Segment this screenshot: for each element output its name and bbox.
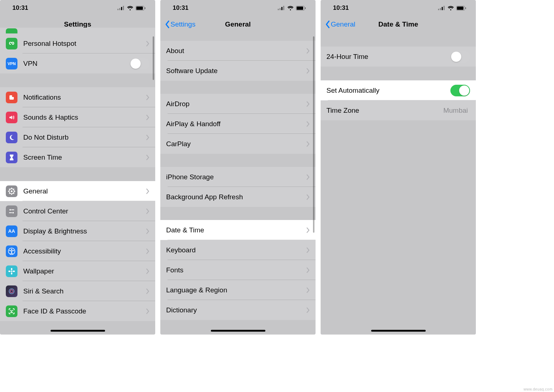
row-label: AirPlay & Handoff bbox=[166, 120, 306, 128]
svg-point-25 bbox=[11, 271, 12, 272]
svg-line-17 bbox=[13, 189, 14, 189]
sounds-icon bbox=[6, 112, 17, 123]
row-background-app-refresh[interactable]: Background App Refresh bbox=[160, 187, 316, 207]
row-label: Control Center bbox=[23, 207, 146, 215]
row-label: Personal Hotspot bbox=[23, 40, 146, 48]
row-label: CarPlay bbox=[166, 140, 306, 148]
row-faceid-passcode[interactable]: Face ID & Passcode bbox=[0, 301, 155, 321]
scrollbar[interactable] bbox=[153, 36, 154, 80]
row-label: VPN bbox=[23, 60, 130, 68]
row-carplay[interactable]: CarPlay bbox=[160, 134, 316, 154]
status-icons bbox=[278, 6, 306, 11]
chevron-right-icon bbox=[306, 121, 310, 127]
home-indicator[interactable] bbox=[51, 330, 105, 332]
svg-rect-36 bbox=[281, 7, 282, 10]
row-personal-hotspot[interactable]: Personal Hotspot bbox=[0, 33, 155, 53]
row-display-brightness[interactable]: AA Display & Brightness bbox=[0, 221, 155, 241]
status-time: 10:31 bbox=[12, 4, 28, 12]
row-cellular[interactable]: Cellular bbox=[0, 28, 155, 33]
svg-rect-1 bbox=[119, 8, 120, 10]
row-keyboard[interactable]: Keyboard bbox=[160, 240, 316, 260]
status-time: 10:31 bbox=[333, 4, 349, 12]
row-label: General bbox=[23, 187, 146, 195]
row-label: Screen Time bbox=[23, 153, 146, 161]
row-iphone-storage[interactable]: iPhone Storage bbox=[160, 167, 316, 187]
svg-point-30 bbox=[9, 289, 14, 294]
battery-icon bbox=[136, 6, 146, 11]
row-airplay-handoff[interactable]: AirPlay & Handoff bbox=[160, 114, 316, 134]
datetime-list: 24-Hour Time Set Automatically Time Zone… bbox=[321, 33, 476, 120]
row-wallpaper[interactable]: Wallpaper bbox=[0, 261, 155, 281]
row-airdrop[interactable]: AirDrop bbox=[160, 94, 316, 114]
svg-point-10 bbox=[11, 190, 13, 192]
cellular-icon bbox=[6, 28, 17, 33]
row-about[interactable]: About bbox=[160, 41, 316, 61]
row-label: Face ID & Passcode bbox=[23, 307, 146, 315]
general-icon bbox=[6, 185, 17, 197]
row-general[interactable]: General bbox=[0, 181, 155, 201]
row-24-hour-time[interactable]: 24-Hour Time bbox=[321, 47, 476, 67]
status-bar: 10:31 bbox=[321, 0, 476, 16]
row-label: Siri & Search bbox=[23, 287, 146, 295]
row-date-time[interactable]: Date & Time bbox=[160, 220, 316, 240]
row-label: Wallpaper bbox=[23, 267, 146, 275]
svg-point-29 bbox=[13, 271, 15, 272]
home-indicator[interactable] bbox=[371, 330, 426, 332]
row-accessibility[interactable]: Accessibility bbox=[0, 241, 155, 261]
svg-point-21 bbox=[12, 212, 14, 213]
row-sounds-haptics[interactable]: Sounds & Haptics bbox=[0, 107, 155, 127]
chevron-right-icon bbox=[146, 95, 149, 100]
chevron-left-icon bbox=[165, 20, 170, 28]
vpn-toggle[interactable] bbox=[130, 58, 149, 69]
row-label: Keyboard bbox=[166, 246, 306, 254]
chevron-right-icon bbox=[146, 268, 149, 274]
24hour-toggle[interactable] bbox=[450, 51, 470, 63]
svg-rect-42 bbox=[440, 8, 441, 10]
row-fonts[interactable]: Fonts bbox=[160, 260, 316, 280]
svg-rect-46 bbox=[457, 7, 463, 10]
svg-rect-47 bbox=[465, 7, 466, 9]
svg-point-28 bbox=[8, 271, 11, 272]
notifications-icon bbox=[6, 92, 17, 103]
row-control-center[interactable]: Control Center bbox=[0, 201, 155, 221]
svg-point-19 bbox=[9, 209, 11, 211]
row-label: Accessibility bbox=[23, 247, 146, 255]
row-software-update[interactable]: Software Update bbox=[160, 61, 316, 81]
home-indicator[interactable] bbox=[211, 330, 265, 332]
wifi-icon bbox=[127, 6, 133, 11]
display-icon: AA bbox=[6, 225, 17, 237]
chevron-right-icon bbox=[146, 115, 149, 120]
svg-point-32 bbox=[11, 310, 11, 311]
svg-rect-35 bbox=[280, 8, 281, 10]
svg-point-26 bbox=[11, 268, 12, 270]
row-dictionary[interactable]: Dictionary bbox=[160, 300, 316, 320]
chevron-right-icon bbox=[306, 194, 310, 200]
row-do-not-disturb[interactable]: Do Not Disturb bbox=[0, 127, 155, 147]
chevron-right-icon bbox=[146, 308, 149, 314]
back-button[interactable]: Settings bbox=[165, 20, 196, 28]
row-siri-search[interactable]: Siri & Search bbox=[0, 281, 155, 301]
row-set-automatically[interactable]: Set Automatically bbox=[321, 80, 476, 100]
row-language-region[interactable]: Language & Region bbox=[160, 280, 316, 300]
row-vpn[interactable]: VPN VPN bbox=[0, 53, 155, 73]
set-automatically-toggle[interactable] bbox=[450, 85, 470, 96]
chevron-right-icon bbox=[306, 227, 310, 233]
svg-rect-37 bbox=[283, 6, 284, 10]
back-button[interactable]: General bbox=[325, 20, 356, 28]
svg-line-15 bbox=[9, 189, 10, 189]
svg-rect-44 bbox=[443, 6, 445, 10]
signal-icon bbox=[278, 6, 285, 10]
chevron-right-icon bbox=[146, 288, 149, 294]
chevron-left-icon bbox=[325, 20, 330, 28]
status-icons bbox=[117, 6, 146, 11]
scrollbar[interactable] bbox=[313, 36, 314, 233]
row-label: Sounds & Haptics bbox=[23, 113, 146, 121]
row-time-zone[interactable]: Time Zone Mumbai bbox=[321, 100, 476, 120]
nav-bar: General Date & Time bbox=[321, 16, 476, 33]
svg-line-16 bbox=[13, 193, 14, 194]
svg-rect-43 bbox=[442, 7, 443, 10]
row-screen-time[interactable]: Screen Time bbox=[0, 147, 155, 167]
row-notifications[interactable]: Notifications bbox=[0, 87, 155, 107]
svg-rect-41 bbox=[438, 9, 439, 10]
row-label: Software Update bbox=[166, 67, 306, 75]
